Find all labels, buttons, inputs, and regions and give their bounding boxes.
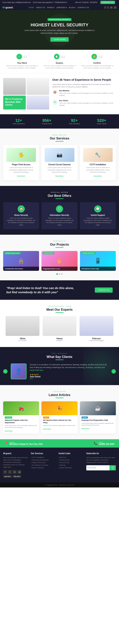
about-content-col: Over 26 Years of Experience in Serve Peo… [52,78,116,110]
service-fingerprint-title: Finger Print Access [6,164,36,166]
footer-tw-icon[interactable]: t [8,470,12,474]
dot-3[interactable] [61,273,63,275]
location-value: 464 West College St, Sun City, USA. [9,443,43,445]
offers-grid: 🏠 Home Security There are many variation… [3,202,116,229]
service-cameras-img: 📷 [44,148,74,162]
footer-service-4[interactable]: 4G Network IP Camera [31,464,56,466]
nav-services[interactable]: SERVICES ▾ [56,6,67,8]
step-2-icon: 📋 [54,54,60,59]
nav-contact[interactable]: CONTACT US [77,6,89,8]
nav-home[interactable]: HOME [28,6,34,8]
testimonials-tag: TEST MONIALS [3,352,116,354]
article-2: 🎉 CCTV We Need to Rent a Room For Our Pa… [42,401,77,434]
about-heading: Over 26 Years of Experience in Serve Peo… [52,78,116,82]
article-1-title: National Program Aids Fire Department [5,419,38,424]
step-2-desc: There are many variations words passages… [43,65,76,69]
footer-yt-icon[interactable]: yt [18,470,22,474]
testimonial-highlight: perseverance, learning, studying, sacrif… [30,366,105,371]
steps-section: ✓ 01 Your Need There are many variations… [0,50,119,73]
nav-pages[interactable]: PAGES ▾ [47,6,54,8]
footer-link-1[interactable]: About Us [58,456,83,458]
footer-grid: W·guard. Sed ut perspiciatis unde omnis … [3,452,116,478]
footer-links-list: About Us Privacy Policy Terms Of Use Sit… [58,456,83,468]
service-cctv-cameras: 📷 Closed Circuit Cameras Lorem ipsum dol… [42,145,77,180]
testimonials-section: TEST MONIALS What Say Clients ‹ 👤 Succes… [0,347,119,385]
offer-info-desc: There are many variations words passages… [44,217,74,226]
subscribe-email-input[interactable] [86,465,110,470]
footer-fb-icon[interactable]: f [3,470,7,474]
stat-projects: 956+ Projects Done [42,118,52,124]
subscribe-btn[interactable]: Sign Up [110,465,116,470]
social-linkedin[interactable]: in [110,6,113,9]
service-fingerprint-readmore[interactable]: Read More [17,175,25,177]
stat-years: 12+ Years Experience [12,118,25,124]
app-store-btn[interactable]: App Store [3,475,12,478]
social-youtube[interactable]: yt [114,6,116,9]
phone-value: +5(495) 492-4260 [98,443,114,445]
social-twitter[interactable]: t [107,6,109,9]
dot-1[interactable] [56,273,58,275]
mission-icon: 🎯 [52,90,58,95]
stats-section: 12+ Years Experience 956+ Projects Done … [0,114,119,128]
footer-link-5[interactable]: Expert Testimony [58,467,83,468]
copyright-text: © Copyright 2020 - WordPress Theme by [45,484,74,486]
team-member-olivia: Olivia Co-Founder [6,316,39,342]
testimonial-prev-btn[interactable]: ‹ [3,369,8,374]
footer-service-5[interactable]: Expert Testimony [31,467,56,468]
hours-info: Mon-Fri: 9:00AM - 08:30PM [75,2,97,3]
nav-blog[interactable]: BLOG ▾ [69,6,76,8]
play-store-btn[interactable]: Play Store [12,475,21,478]
team-member-peterson: Peterson Professional Blogger [80,316,113,342]
step-1-icon: ✓ [16,54,22,59]
quote-text: "Pray! And listen to God! You can do thi… [6,286,78,294]
social-facebook[interactable]: f [104,6,106,9]
nav-about[interactable]: ABOUT US [36,6,45,8]
article-1-readmore[interactable]: Read More [5,430,13,432]
testimonials-inner: ‹ 👤 Success is no accident. It is hard w… [3,363,116,380]
footer-logo: W·guard. [3,452,28,454]
article-3-title: Keeping First Responders Safe [82,419,114,422]
team-name-peterson: Peterson [80,338,113,340]
article-1-desc: Lorem ipsum dolor sit the consectetur ad… [5,424,38,428]
hero-description: Lorem ipsum dolor sit amet, consectetur … [22,29,97,34]
article-3-readmore[interactable]: Read More [82,428,90,430]
footer-service-3[interactable]: Finger Print Access [31,462,56,464]
step-2-num: 02 [61,55,65,59]
team-name-heena: Heena [43,338,76,340]
footer-link-2[interactable]: Privacy Policy [58,459,83,461]
trusted-text: We're Trusted by Morethan 4500 Clients [5,98,24,106]
service-cctv-readmore[interactable]: Read More [94,175,102,177]
footer-link-4[interactable]: Sitemap [58,464,83,466]
service-cameras-desc: Lorem ipsum dolor sit amet the of consec… [44,166,74,173]
project-fingerprint-label: Fingerprint Door Lock [42,267,77,271]
about-images-col: We're Trusted by Morethan 4500 Clients [3,78,49,110]
footer-service-2[interactable]: Closed Circuit Cameras [31,459,56,461]
offers-title: Our Best Offers [3,194,116,198]
step-3-num: 03 [98,55,102,59]
offers-line [56,198,64,199]
contact-bar-phone: 📞 Call Us +5(495) 492-4260 [94,442,114,445]
quote-section: "Pray! And listen to God! You can do thi… [0,280,119,300]
footer-about-col: W·guard. Sed ut perspiciatis unde omnis … [3,452,28,478]
services-tag: WHAT WE DO [3,134,116,136]
service-cameras-readmore[interactable]: Read More [56,175,64,177]
footer-link-3[interactable]: Terms Of Use [58,462,83,464]
testimonials-line [56,360,64,360]
article-3: ☕ Safety Keeping First Responders Safe L… [80,401,116,434]
team-tag: PROFESSIONAL TEAM [3,305,116,307]
topbar-contact-btn[interactable]: CONTACT US [100,1,115,4]
dot-2[interactable] [59,273,60,275]
hero-tag: PROFESSIONAL SECURITY [48,18,72,21]
footer-li-icon[interactable]: in [13,470,17,474]
article-2-readmore[interactable]: Read More [43,428,51,430]
contact-bar-location: 📍 Location 464 West College St, Sun City… [5,442,43,445]
footer-links-col: Useful Links About Us Privacy Policy Ter… [58,452,83,478]
footer-service-1[interactable]: CCTV Installation [31,456,56,458]
quote-contact-btn[interactable]: CONTACT US [95,288,113,293]
stat-clients: 520+ Active Clients [97,118,106,124]
offer-home-icon: 🏠 [18,205,25,212]
testimonial-next-btn[interactable]: › [112,369,116,374]
hero-learn-more-btn[interactable]: LEARN MORE [50,37,68,42]
step-3-icon: 👍 [92,54,97,59]
articles-tag: YOUR BLOG [3,391,116,392]
